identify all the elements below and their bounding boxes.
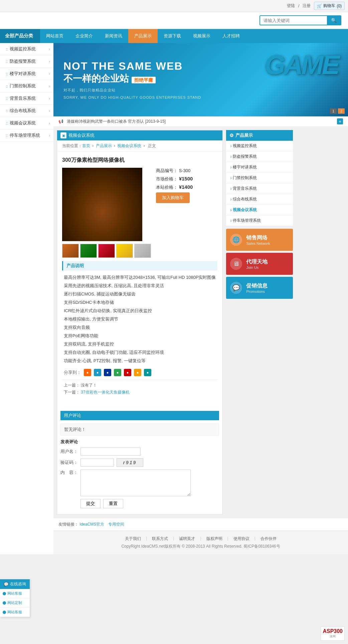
add-to-cart-button[interactable]: 加入购物车 xyxy=(156,192,190,203)
footer-partners[interactable]: 合作伙伴 xyxy=(260,536,277,542)
footer-link-space[interactable]: 专用空间 xyxy=(108,522,124,527)
product-info: 商品编号： S-300 市场价格： ¥1500 本站价格： ¥1400 xyxy=(156,168,193,253)
footer-about[interactable]: 关于我们 xyxy=(125,536,141,542)
submit-button[interactable]: 提交 xyxy=(80,499,101,508)
news-ticker-text[interactable]: 港媒称沛视剧狗武警一条街口被杀 官方否认 [2013-9-15] xyxy=(67,119,166,124)
sidebar-item-conference[interactable]: ::视频会议系统 › xyxy=(0,117,53,129)
search-button[interactable]: 🔍 xyxy=(327,16,341,25)
share-icon-5[interactable]: ● xyxy=(124,369,131,376)
agent-icon: 🖥 xyxy=(230,258,242,270)
thumbnail-5[interactable] xyxy=(134,244,151,258)
breadcrumb-home[interactable]: 首页 xyxy=(82,143,90,148)
share-icon-6[interactable]: ● xyxy=(134,369,141,376)
product-our-price: ¥1400 xyxy=(179,184,193,190)
share-icon-3[interactable]: ● xyxy=(104,369,111,376)
right-cat-parking[interactable]: 停车场管理系统 xyxy=(226,215,293,226)
left-sidebar: ::视频监控系统 › ::防盗报警系统 › ::楼宇对讲系统 › ::门禁控制系… xyxy=(0,43,53,554)
banner-dot-2[interactable]: 2 xyxy=(338,108,345,114)
nav-item-about[interactable]: 企业简介 xyxy=(69,29,99,43)
right-cat-intercom[interactable]: 楼宇对讲系统 xyxy=(226,162,293,173)
cart-button[interactable]: 🛒 购物车 (0) xyxy=(314,2,345,10)
nav-items: 网站首页 企业简介 新闻资讯 产品展示 资源下载 视频展示 人才招聘 xyxy=(40,29,348,43)
thumbnail-2[interactable] xyxy=(80,244,97,258)
breadcrumb-category[interactable]: 视频会议系统 xyxy=(117,143,141,148)
sidebar-item-intercom[interactable]: ::楼宇对讲系统 › xyxy=(0,68,53,80)
right-cat-alarm[interactable]: 防盗报警系统 xyxy=(226,151,293,162)
thumbnail-3[interactable] xyxy=(98,244,115,258)
nav-item-home[interactable]: 网站首页 xyxy=(40,29,69,43)
sidebar-item-wiring[interactable]: ::综合布线系统 › xyxy=(0,105,53,117)
product-our-price-row: 本站价格： ¥1400 xyxy=(156,184,193,190)
nav-item-video[interactable]: 视频展示 xyxy=(187,29,216,43)
section-icon: ▣ xyxy=(60,132,66,138)
all-products-menu[interactable]: 全部产品分类 xyxy=(0,29,40,43)
login-link[interactable]: 登陆 xyxy=(287,3,295,9)
product-code-row: 商品编号： S-300 xyxy=(156,168,193,174)
banner-line3: 对不起，我们只做精品企业站 xyxy=(63,88,201,93)
news-ticker-plus[interactable]: + xyxy=(337,118,343,124)
share-icon-1[interactable]: ● xyxy=(84,369,91,376)
thumbnail-4[interactable] xyxy=(116,244,133,258)
sidebar-item-alarm[interactable]: ::防盗报警系统 › xyxy=(0,55,53,68)
sidebar-item-video-monitor[interactable]: ::视频监控系统 › xyxy=(0,43,53,55)
main-nav: 全部产品分类 网站首页 企业简介 新闻资讯 产品展示 资源下载 视频展示 人才招… xyxy=(0,29,348,43)
product-area: ▣ 视频会议系统 当前位置：首页 › 产品展示 › 视频会议系统 › 正文 30… xyxy=(53,127,348,518)
footer-links-label: 友情链接： xyxy=(58,522,78,527)
sidebar-item-music[interactable]: ::背景音乐系统 › xyxy=(0,92,53,105)
banner-game-text: GAME xyxy=(265,50,338,80)
sales-network-cn: 销售网络 xyxy=(246,234,270,241)
footer-terms[interactable]: 使用协议 xyxy=(233,536,249,542)
right-cat-music[interactable]: 背景音乐系统 xyxy=(226,183,293,194)
right-banner-promotions[interactable]: 💬 促销信息 Promotions xyxy=(226,277,293,299)
right-cat-conference[interactable]: 视频会议系统 xyxy=(226,205,293,215)
reset-button[interactable]: 重置 xyxy=(103,499,123,508)
captcha-row: 验证码： r919 xyxy=(60,458,219,467)
search-input[interactable] xyxy=(260,16,327,25)
username-input[interactable] xyxy=(80,448,141,456)
footer-recruit[interactable]: 诚聘英才 xyxy=(179,536,195,542)
captcha-wrap: r919 xyxy=(80,458,143,467)
thumbnail-1[interactable] xyxy=(62,244,79,258)
share-label: 分享到： xyxy=(64,370,81,376)
next-article-link[interactable]: 37倍彩色一体化天鱼摄像机 xyxy=(81,390,129,395)
product-layout: 商品编号： S-300 市场价格： ¥1500 本站价格： ¥1400 xyxy=(62,168,217,258)
product-images xyxy=(62,168,151,258)
breadcrumb-products[interactable]: 产品展示 xyxy=(96,143,112,148)
right-banner-agent[interactable]: 🖥 代理天地 Join Us xyxy=(226,253,293,275)
comment-section: 用户评论 暂无评论！ 发表评论 用户名： 验证码： r919 xyxy=(57,408,222,514)
register-link[interactable]: 注册 xyxy=(303,3,311,9)
sidebar-dots: :: xyxy=(6,84,8,88)
right-cat-wiring[interactable]: 综合布线系统 xyxy=(226,194,293,205)
right-cat-access[interactable]: 门禁控制系统 xyxy=(226,173,293,183)
agent-text: 代理天地 Join Us xyxy=(246,258,268,269)
footer-contact[interactable]: 联系方式 xyxy=(152,536,168,542)
nav-item-news[interactable]: 新闻资讯 xyxy=(99,29,128,43)
sidebar-dots: :: xyxy=(6,109,8,113)
footer-link-ideacms[interactable]: IdeaCMS官方 xyxy=(79,522,104,527)
footer-copyright[interactable]: 版权声明 xyxy=(206,536,222,542)
desc-line-7: 支持双向音频 xyxy=(64,324,216,331)
prev-next-nav: 上一篇： 没有了！ 下一篇： 37倍彩色一体化天鱼摄像机 xyxy=(62,380,217,399)
desc-line-9: 支持双码流, 支持手机监控 xyxy=(64,341,216,348)
username-row: 用户名： xyxy=(60,448,219,456)
banner-dots: 1 2 xyxy=(330,108,345,114)
share-icon-7[interactable]: ● xyxy=(144,369,151,376)
desc-line-11: 功能齐全:心跳, PTZ控制, 报警, 一键复位等 xyxy=(64,357,216,365)
share-icon-4[interactable]: ● xyxy=(114,369,121,376)
nav-item-products[interactable]: 产品展示 xyxy=(128,29,158,43)
right-banner-sales[interactable]: 🌐 销售网络 Sales Network xyxy=(226,229,293,251)
captcha-label: 验证码： xyxy=(60,460,80,466)
right-cat-video-monitor[interactable]: 视频监控系统 xyxy=(226,141,293,151)
share-icon-2[interactable]: ● xyxy=(94,369,101,376)
desc-line-5: ICR红外滤片式自动切换, 实现真正的日夜监控 xyxy=(64,307,216,314)
captcha-input[interactable] xyxy=(80,459,114,467)
content-row: 内 容： xyxy=(60,470,219,496)
nav-item-recruit[interactable]: 人才招聘 xyxy=(216,29,246,43)
sidebar-item-parking[interactable]: ::停车场管理系统 › xyxy=(0,129,53,142)
sidebar-item-access[interactable]: ::门禁控制系统 › xyxy=(0,80,53,92)
banner-line1: NOT THE SAME WEB xyxy=(63,60,201,72)
nav-item-download[interactable]: 资源下载 xyxy=(158,29,187,43)
product-description-header: 产品说明 xyxy=(62,261,217,270)
banner-dot-1[interactable]: 1 xyxy=(330,108,337,114)
content-textarea[interactable] xyxy=(80,470,191,496)
